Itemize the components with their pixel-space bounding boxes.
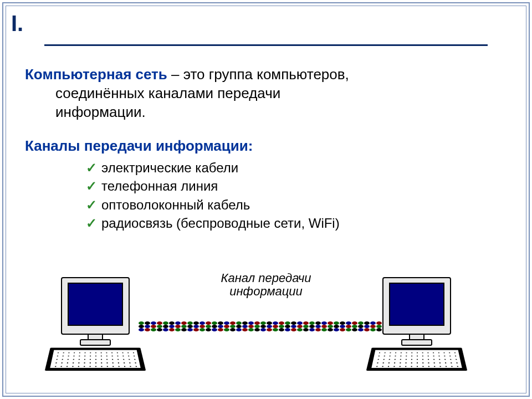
- channel-label: оптоволоконный кабель: [101, 197, 250, 212]
- monitor-screen: [389, 283, 444, 326]
- definition-term: Компьютерная сеть: [25, 66, 167, 83]
- check-icon: ✓: [86, 178, 97, 193]
- computer-icon: [44, 277, 144, 377]
- title-underline: [44, 44, 488, 46]
- check-icon: ✓: [86, 216, 97, 231]
- channel-label: телефонная линия: [101, 178, 218, 193]
- computer-icon: [366, 277, 466, 377]
- definition-text-l3: информации.: [55, 103, 507, 122]
- list-item: ✓оптоволоконный кабель: [86, 196, 507, 213]
- section-number: I.: [11, 11, 23, 36]
- monitor-screen: [68, 283, 123, 326]
- content-block: Компьютерная сеть – это группа компьютер…: [25, 65, 507, 233]
- monitor-base: [80, 339, 111, 346]
- diagram-caption: Канал передачи информации: [172, 272, 360, 298]
- definition-paragraph: Компьютерная сеть – это группа компьютер…: [25, 65, 507, 121]
- list-item: ✓телефонная линия: [86, 177, 507, 195]
- slide: I. Компьютерная сеть – это группа компью…: [0, 0, 532, 399]
- caption-line2: информации: [229, 284, 303, 298]
- monitor-base: [401, 339, 432, 346]
- channel-label: радиосвязь (беспроводные сети, WiFi): [101, 216, 340, 231]
- cable-dots: [139, 321, 393, 335]
- definition-dash: –: [167, 66, 183, 83]
- list-item: ✓электрические кабели: [86, 159, 507, 176]
- keyboard-icon: [366, 347, 468, 371]
- check-icon: ✓: [86, 160, 97, 175]
- list-item: ✓радиосвязь (беспроводные сети, WiFi): [86, 214, 507, 232]
- channels-list: ✓электрические кабели ✓телефонная линия …: [86, 159, 507, 232]
- definition-text-l1: это группа компьютеров,: [183, 66, 349, 83]
- check-icon: ✓: [86, 197, 97, 212]
- monitor-frame: [382, 277, 451, 335]
- keyboard-icon: [45, 347, 146, 371]
- monitor-frame: [61, 277, 130, 335]
- definition-text-l2: соединённых каналами передачи: [55, 84, 507, 103]
- channel-label: электрические кабели: [101, 160, 238, 175]
- channels-heading: Каналы передачи информации:: [25, 137, 507, 156]
- diagram: Канал передачи информации: [66, 272, 466, 382]
- caption-line1: Канал передачи: [221, 271, 311, 285]
